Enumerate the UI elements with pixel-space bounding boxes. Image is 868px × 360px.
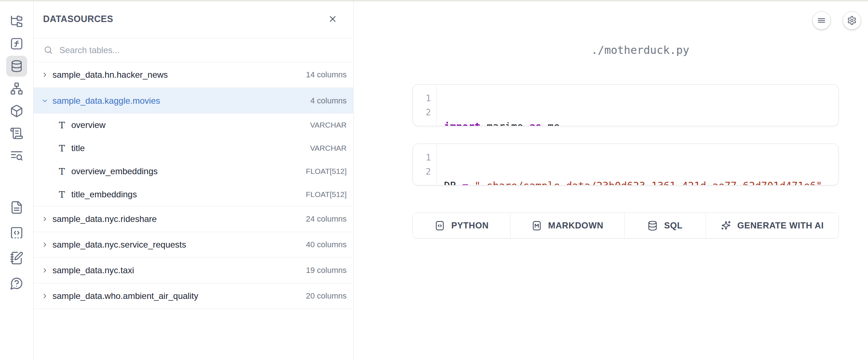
gear-icon (847, 16, 857, 25)
table-search (34, 38, 353, 62)
line-number-gutter: 1 2 (413, 85, 437, 126)
logs-icon (10, 127, 24, 140)
column-row[interactable]: T title VARCHAR (34, 137, 353, 160)
varchar-type-icon: T (57, 120, 67, 130)
search-input[interactable] (59, 45, 346, 55)
activity-rail (0, 0, 34, 360)
snippets-icon (10, 226, 24, 240)
close-icon (328, 14, 338, 24)
add-sql-cell-button[interactable]: SQL (624, 213, 706, 238)
code-editor[interactable]: DB = "_share/sample_data/23b0d623-1361-4… (437, 144, 822, 185)
table-name: sample_data.nyc.rideshare (52, 214, 157, 224)
chevron-right-icon (41, 241, 49, 249)
file-tree-icon (10, 14, 24, 28)
sparkles-icon (720, 220, 732, 231)
add-markdown-cell-button[interactable]: MARKDOWN (511, 213, 624, 238)
button-label: MARKDOWN (548, 220, 604, 231)
rail-item-variables[interactable] (5, 33, 28, 55)
rail-item-logs[interactable] (5, 122, 28, 145)
column-name: overview_embeddings (71, 166, 158, 176)
notebook-actions (812, 11, 861, 30)
close-panel-button[interactable] (326, 13, 339, 25)
table-row[interactable]: sample_data.who.ambient_air_quality 20 c… (34, 283, 353, 309)
table-row[interactable]: sample_data.hn.hacker_news 14 columns (34, 62, 353, 88)
datasources-panel: DATASOURCES sample_data.hn.hacker_news 1… (34, 0, 353, 360)
rail-item-documentation[interactable] (5, 195, 28, 220)
panel-title: DATASOURCES (43, 14, 113, 24)
code-editor[interactable]: import marimo as mo import duckdb (437, 85, 560, 126)
table-column-count: 20 columns (306, 291, 347, 301)
column-type: FLOAT[512] (306, 167, 347, 176)
chevron-right-icon (41, 215, 49, 223)
column-name: overview (71, 120, 106, 130)
line-number: 2 (413, 106, 436, 120)
chevron-right-icon (41, 71, 49, 79)
rail-item-scratchpad[interactable] (5, 245, 28, 271)
code-line: import marimo as mo (444, 120, 560, 126)
documentation-icon (10, 201, 24, 214)
column-row[interactable]: T overview_embeddings FLOAT[512] (34, 160, 353, 183)
dependency-graph-icon (10, 82, 24, 95)
chevron-down-icon (41, 97, 49, 105)
line-number: 2 (413, 165, 436, 179)
column-row[interactable]: T overview VARCHAR (34, 113, 353, 137)
notebook-menu-button[interactable] (812, 11, 831, 30)
rail-item-file-explorer[interactable] (5, 10, 28, 33)
table-name: sample_data.nyc.taxi (52, 265, 134, 275)
menu-icon (817, 16, 826, 25)
table-name: sample_data.nyc.service_requests (52, 240, 186, 250)
column-name: title (71, 143, 85, 153)
table-columns-group: T overview VARCHAR T title VARCHAR T ove… (34, 113, 353, 206)
varchar-type-icon: T (57, 143, 67, 154)
chevron-right-icon (41, 292, 49, 300)
button-label: GENERATE WITH AI (737, 220, 824, 231)
column-name: title_embeddings (71, 189, 137, 200)
rail-item-tracebacks[interactable] (5, 145, 28, 167)
add-python-cell-button[interactable]: PYTHON (413, 213, 511, 238)
code-cell[interactable]: 1 2 DB = "_share/sample_data/23b0d623-13… (412, 143, 839, 185)
add-cell-bar: PYTHON MARKDOWN SQL GENERATE WITH AI (412, 213, 839, 239)
rail-item-snippets[interactable] (5, 220, 28, 245)
code-square-icon (434, 220, 445, 231)
table-row[interactable]: sample_data.nyc.rideshare 24 columns (34, 206, 353, 232)
help-icon (10, 277, 24, 290)
line-number: 1 (413, 151, 436, 165)
notebook-area: ./motherduck.py 1 2 import marimo as mo … (353, 0, 868, 360)
generate-with-ai-button[interactable]: GENERATE WITH AI (706, 213, 838, 238)
table-name: sample_data.who.ambient_air_quality (52, 291, 198, 301)
varchar-type-icon: T (57, 189, 67, 200)
table-row-selected[interactable]: sample_data.kaggle.movies 4 columns (34, 88, 353, 113)
table-column-count: 40 columns (306, 240, 347, 249)
search-icon (43, 45, 53, 55)
window-top-border (0, 0, 868, 1)
table-column-count: 4 columns (310, 96, 347, 106)
database-icon (10, 59, 24, 73)
column-type: VARCHAR (310, 121, 347, 129)
notebook-filename[interactable]: ./motherduck.py (412, 43, 868, 58)
table-row[interactable]: sample_data.nyc.service_requests 40 colu… (34, 232, 353, 258)
panel-header: DATASOURCES (34, 0, 353, 38)
table-name: sample_data.kaggle.movies (52, 96, 160, 106)
line-number: 1 (413, 91, 436, 106)
button-label: SQL (664, 220, 682, 231)
table-column-count: 19 columns (306, 266, 347, 275)
line-number-gutter: 1 2 (413, 144, 437, 185)
table-column-count: 24 columns (306, 214, 347, 224)
rail-item-help[interactable] (5, 271, 28, 296)
column-type: FLOAT[512] (306, 190, 347, 199)
table-column-count: 14 columns (306, 70, 347, 80)
markdown-icon (531, 220, 542, 231)
rail-item-datasources[interactable] (5, 55, 28, 77)
chevron-right-icon (41, 266, 49, 274)
code-cell[interactable]: 1 2 import marimo as mo import duckdb (412, 84, 839, 126)
table-row[interactable]: sample_data.nyc.taxi 19 columns (34, 258, 353, 283)
column-row[interactable]: T title_embeddings FLOAT[512] (34, 183, 353, 206)
rail-item-packages[interactable] (5, 100, 28, 122)
settings-button[interactable] (843, 11, 861, 30)
package-icon (10, 104, 24, 118)
text-search-icon (10, 149, 24, 163)
rail-item-dependency-graph[interactable] (5, 77, 28, 100)
code-line: DB = "_share/sample_data/23b0d623-1361-4… (444, 179, 822, 185)
varchar-type-icon: T (57, 166, 67, 177)
database-icon (647, 220, 658, 231)
